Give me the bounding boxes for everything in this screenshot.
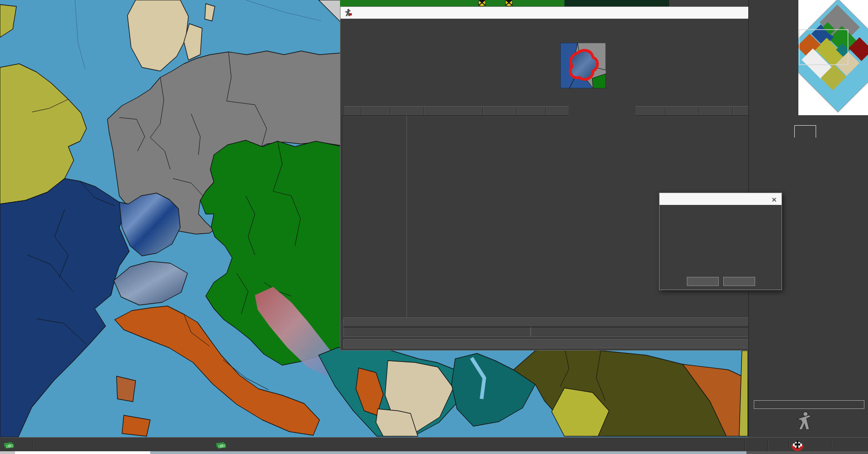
status-bar xyxy=(0,437,868,452)
units-to-place-button[interactable] xyxy=(754,400,864,409)
german-roundel-icon xyxy=(791,438,804,452)
action-status-button[interactable] xyxy=(343,339,795,348)
place-unit-infantry-icon xyxy=(794,411,816,431)
casualties-section xyxy=(343,317,795,337)
casualties-header xyxy=(343,317,795,327)
money-icon xyxy=(4,441,15,449)
close-icon[interactable]: ✕ xyxy=(771,194,777,206)
cancel-button[interactable] xyxy=(723,277,755,286)
minimap[interactable] xyxy=(798,0,868,115)
panel-tabs xyxy=(749,115,868,138)
territory-snapshot xyxy=(560,43,606,88)
minimap-diamond xyxy=(798,0,868,112)
bottom-edge-strip xyxy=(0,451,868,454)
map-top-strip xyxy=(340,0,798,6)
select-casualties-dialog: ✕ xyxy=(659,193,782,290)
battle-icon xyxy=(344,9,352,17)
battle-dialog: ✕ xyxy=(340,6,798,351)
battle-dialog-titlebar[interactable]: ✕ xyxy=(340,7,797,19)
casualties-attacker xyxy=(343,327,531,337)
money-icon xyxy=(216,441,227,449)
select-casualties-titlebar[interactable]: ✕ xyxy=(660,193,782,205)
battle-steps-list[interactable] xyxy=(342,115,407,321)
tab-selected[interactable] xyxy=(794,125,816,138)
ok-button[interactable] xyxy=(687,277,719,286)
dice-header-attacker xyxy=(344,106,569,116)
